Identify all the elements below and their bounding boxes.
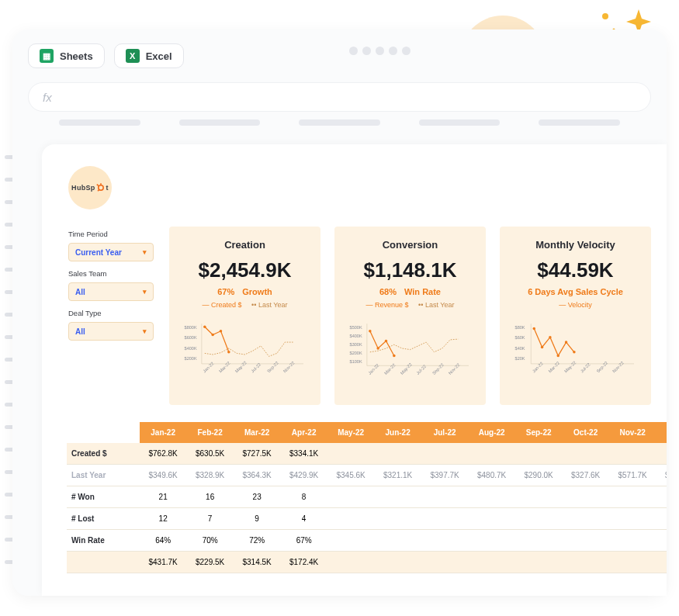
cell[interactable] <box>327 443 375 465</box>
cell[interactable]: $349.6K <box>140 465 187 486</box>
svg-point-26 <box>220 330 222 332</box>
app-window: ▦ Sheets X Excel fx HubSp t Time Period <box>12 29 667 596</box>
cell[interactable] <box>562 552 609 573</box>
kpi-cards: Creation $2,454.9K 67%Growth — Created $… <box>169 227 667 405</box>
cell[interactable] <box>327 530 375 552</box>
cell[interactable]: 67% <box>280 530 327 552</box>
cell[interactable]: $571.7K <box>609 465 656 486</box>
cell[interactable]: $364.3K <box>234 465 281 486</box>
tab-excel[interactable]: X Excel <box>114 43 184 68</box>
cell[interactable]: 8 <box>280 486 327 508</box>
velocity-chart: $80K$60K$40K$20K Jan-22 Mar-22 May-22 Ju… <box>514 309 637 394</box>
cell[interactable] <box>468 443 515 465</box>
cell[interactable] <box>421 552 469 573</box>
hubspot-badge: HubSp t <box>68 166 112 209</box>
formula-bar[interactable]: fx <box>28 82 651 112</box>
cell[interactable] <box>327 552 375 573</box>
cell[interactable]: 7 <box>186 508 234 530</box>
cell[interactable]: 16 <box>186 486 234 508</box>
filter-label-time: Time Period <box>68 230 154 238</box>
tab-sheets[interactable]: ▦ Sheets <box>28 43 105 68</box>
cell[interactable] <box>515 552 563 573</box>
cell[interactable] <box>656 552 667 573</box>
cell[interactable]: $328.9K <box>186 465 234 486</box>
cell[interactable]: $431.7K <box>140 552 187 573</box>
cell[interactable] <box>515 530 563 552</box>
svg-text:Jan-22: Jan-22 <box>367 363 379 375</box>
cell[interactable]: $727.5K <box>234 443 281 465</box>
cell[interactable] <box>609 508 656 530</box>
cell[interactable] <box>327 486 375 508</box>
cell[interactable] <box>609 530 656 552</box>
chevron-down-icon: ▾ <box>143 288 147 296</box>
svg-point-25 <box>211 334 213 336</box>
cell[interactable]: $327.6K <box>562 465 609 486</box>
cell[interactable]: 64% <box>140 530 187 552</box>
cell[interactable] <box>421 530 469 552</box>
cell[interactable] <box>609 552 656 573</box>
cell[interactable] <box>374 486 421 508</box>
cell[interactable]: $630.5K <box>186 443 234 465</box>
toolbar-placeholder <box>12 112 667 126</box>
cell[interactable] <box>327 508 375 530</box>
cell[interactable]: $229.5K <box>186 552 234 573</box>
filter-value: All <box>75 327 85 336</box>
cell[interactable]: $172.4K <box>280 552 327 573</box>
cell[interactable]: 21 <box>140 486 187 508</box>
table-col-header: Dec-22 <box>656 422 667 443</box>
cell[interactable]: 12 <box>140 508 187 530</box>
cell[interactable] <box>656 443 667 465</box>
table-col-header: Oct-22 <box>562 422 609 443</box>
cell[interactable] <box>468 552 515 573</box>
conversion-chart: $500K$400K$300K$200K$100K Jan-22 Mar-22 … <box>348 309 472 394</box>
cell[interactable]: 4 <box>280 508 327 530</box>
cell[interactable]: $762.8K <box>140 443 187 465</box>
cell[interactable] <box>421 508 469 530</box>
cell[interactable] <box>421 486 469 508</box>
cell[interactable] <box>562 486 609 508</box>
creation-chart: $800K$600K$400K$200K Jan-22 Mar-22 May-2… <box>183 309 307 394</box>
cell[interactable]: 23 <box>234 486 281 508</box>
cell[interactable] <box>374 530 421 552</box>
cell[interactable] <box>374 443 421 465</box>
cell[interactable] <box>421 443 469 465</box>
cell[interactable] <box>656 486 667 508</box>
cell[interactable]: $397.7K <box>421 465 469 486</box>
cell[interactable]: $429.9K <box>280 465 327 486</box>
cell[interactable] <box>468 508 515 530</box>
cell[interactable]: 9 <box>234 508 281 530</box>
cell[interactable] <box>468 530 515 552</box>
cell[interactable] <box>562 508 609 530</box>
svg-text:Mar-22: Mar-22 <box>218 361 231 374</box>
cell[interactable]: $345.6K <box>327 465 375 486</box>
svg-point-60 <box>556 355 559 357</box>
cell[interactable]: 70% <box>186 530 234 552</box>
cell[interactable] <box>609 443 656 465</box>
cell[interactable] <box>515 508 563 530</box>
cell[interactable] <box>515 443 563 465</box>
cell[interactable]: $573.6K <box>656 465 667 486</box>
filter-sales-team[interactable]: All ▾ <box>68 282 154 301</box>
cell[interactable] <box>515 486 563 508</box>
filter-time-period[interactable]: Current Year ▾ <box>68 243 154 261</box>
cell[interactable]: $314.5K <box>234 552 281 573</box>
cell[interactable]: $334.1K <box>280 443 327 465</box>
cell[interactable] <box>609 486 656 508</box>
cell[interactable]: $321.1K <box>374 465 421 486</box>
cell[interactable] <box>656 530 667 552</box>
cell[interactable]: $480.7K <box>468 465 515 486</box>
svg-text:Mar-22: Mar-22 <box>547 361 560 374</box>
filter-deal-type[interactable]: All ▾ <box>68 322 154 341</box>
cell[interactable]: $290.0K <box>515 465 563 486</box>
cell[interactable] <box>468 486 515 508</box>
svg-text:$100K: $100K <box>350 359 362 364</box>
cell[interactable]: 72% <box>234 530 281 552</box>
filter-value: Current Year <box>75 248 122 257</box>
cell[interactable] <box>374 508 421 530</box>
cell[interactable] <box>562 443 609 465</box>
table-col-header: May-22 <box>327 422 375 443</box>
card-velocity: Monthly Velocity $44.59K 6 Days Avg Sale… <box>500 227 651 405</box>
cell[interactable] <box>562 530 609 552</box>
cell[interactable] <box>656 508 667 530</box>
cell[interactable] <box>374 552 421 573</box>
